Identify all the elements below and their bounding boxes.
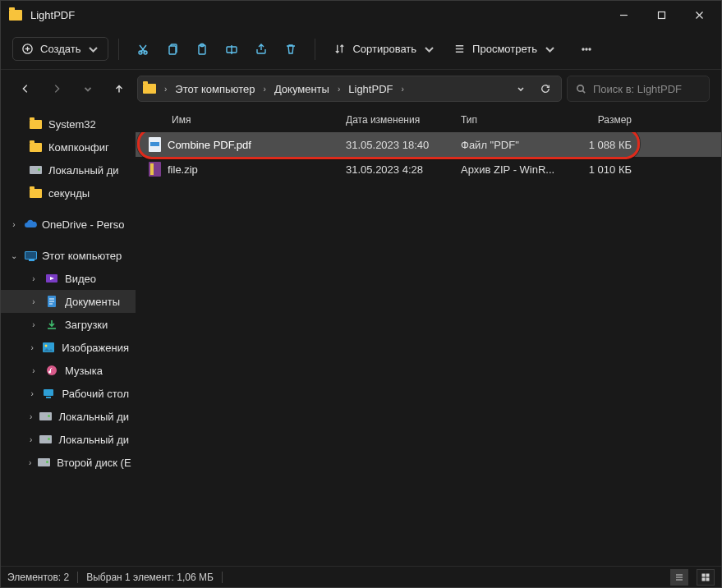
chevron-right-icon[interactable]: › xyxy=(262,85,268,94)
sidebar-item-label: Музыка xyxy=(65,365,103,377)
file-date: 31.05.2023 18:40 xyxy=(346,139,461,151)
file-list[interactable]: Combine PDF.pdf31.05.2023 18:40Файл "PDF… xyxy=(136,132,721,566)
sidebar-item[interactable]: ›Документы xyxy=(1,290,136,313)
sidebar-item[interactable]: System32 xyxy=(1,113,136,136)
sidebar-item-label: Видео xyxy=(65,273,96,285)
breadcrumb[interactable]: LightPDF xyxy=(343,80,398,99)
back-button[interactable] xyxy=(12,76,39,102)
forward-button[interactable] xyxy=(44,76,70,102)
chevron-down-icon[interactable]: ⌄ xyxy=(9,250,19,260)
sidebar-item-label: Этот компьютер xyxy=(42,250,122,262)
addr-dropdown-button[interactable] xyxy=(510,78,531,99)
sidebar-item[interactable]: ›Изображения xyxy=(1,336,136,359)
search-input[interactable]: Поиск в: LightPDF xyxy=(567,76,710,102)
sidebar-item[interactable]: ›Видео xyxy=(1,267,136,290)
file-row[interactable]: file.zip31.05.2023 4:28Архив ZIP - WinR.… xyxy=(136,157,721,181)
col-name[interactable]: Имя xyxy=(136,114,346,126)
col-type[interactable]: Тип xyxy=(461,114,568,126)
chevron-right-icon[interactable]: › xyxy=(29,365,39,375)
chevron-right-icon[interactable]: › xyxy=(29,342,35,352)
breadcrumb[interactable]: Документы xyxy=(269,80,334,99)
chevron-right-icon[interactable]: › xyxy=(29,411,33,421)
status-selection: Выбран 1 элемент: 1,06 МБ xyxy=(86,572,214,583)
thumbnails-view-button[interactable] xyxy=(697,569,715,586)
cut-button[interactable] xyxy=(129,35,157,63)
new-button-label: Создать xyxy=(40,43,80,55)
share-button[interactable] xyxy=(247,35,275,63)
chevron-right-icon[interactable]: › xyxy=(163,85,168,94)
sidebar-item-label: OneDrive - Perso xyxy=(42,218,124,231)
sidebar-item-label: Рабочий стол xyxy=(62,388,129,400)
chevron-right-icon[interactable]: › xyxy=(29,388,35,398)
sidebar-item[interactable]: ›Музыка xyxy=(1,359,136,382)
close-button[interactable] xyxy=(680,1,718,29)
sidebar-item-label: Документы xyxy=(65,296,120,308)
svg-rect-17 xyxy=(44,389,53,396)
minimize-button[interactable] xyxy=(605,1,642,29)
svg-point-16 xyxy=(47,365,57,375)
paste-button[interactable] xyxy=(188,35,216,63)
col-date[interactable]: Дата изменения xyxy=(346,114,461,126)
chevron-right-icon[interactable]: › xyxy=(29,319,39,329)
search-placeholder: Поиск в: LightPDF xyxy=(593,83,682,95)
sidebar-item-label: Локальный ди xyxy=(58,434,129,446)
rename-button[interactable] xyxy=(218,35,246,63)
sidebar-item-label: секунды xyxy=(48,187,90,200)
refresh-button[interactable] xyxy=(535,78,556,99)
maximize-button[interactable] xyxy=(642,1,680,29)
chevron-right-icon[interactable]: › xyxy=(399,85,405,94)
svg-point-11 xyxy=(577,85,583,90)
svg-point-9 xyxy=(586,48,587,50)
view-button-label: Просмотреть xyxy=(472,43,537,55)
sidebar-item[interactable]: ›Второй диск (E xyxy=(1,451,136,474)
search-icon xyxy=(576,84,586,94)
file-size: 1 010 КБ xyxy=(568,163,645,176)
chevron-right-icon[interactable]: › xyxy=(29,273,39,283)
chevron-right-icon[interactable]: › xyxy=(29,434,33,444)
chevron-right-icon[interactable]: › xyxy=(9,219,19,229)
sidebar-item[interactable]: секунды xyxy=(1,181,136,204)
file-size: 1 088 КБ xyxy=(568,139,645,151)
sidebar-item-thispc[interactable]: ⌄ Этот компьютер xyxy=(1,244,136,267)
more-button[interactable] xyxy=(573,35,600,63)
sort-button[interactable]: Сортировать xyxy=(325,38,444,60)
separator xyxy=(77,572,78,583)
sort-button-label: Сортировать xyxy=(352,43,416,55)
sidebar-item-label: Загрузки xyxy=(65,319,108,331)
chevron-right-icon[interactable]: › xyxy=(29,296,39,306)
new-button[interactable]: Создать xyxy=(12,37,108,61)
body: System32 Компконфиг Локальный ди секунды… xyxy=(1,108,721,566)
svg-point-10 xyxy=(589,48,591,50)
toolbar: Создать Сортировать Просмотреть xyxy=(1,29,721,70)
file-row[interactable]: Combine PDF.pdf31.05.2023 18:40Файл "PDF… xyxy=(136,132,721,157)
sidebar: System32 Компконфиг Локальный ди секунды… xyxy=(1,108,136,566)
sidebar-item[interactable]: Компконфиг xyxy=(1,136,136,158)
breadcrumb[interactable]: Этот компьютер xyxy=(170,80,260,99)
sidebar-item-label: Компконфиг xyxy=(48,141,109,154)
nav-row: › Этот компьютер › Документы › LightPDF … xyxy=(1,70,721,108)
sidebar-item-onedrive[interactable]: › OneDrive - Perso xyxy=(1,213,136,236)
copy-button[interactable] xyxy=(159,35,186,63)
sidebar-item-label: Изображения xyxy=(62,342,129,354)
chevron-right-icon[interactable]: › xyxy=(29,457,31,467)
sidebar-item[interactable]: ›Локальный ди xyxy=(1,428,136,451)
recent-locations-button[interactable] xyxy=(75,76,101,102)
svg-rect-0 xyxy=(658,11,665,18)
details-view-button[interactable] xyxy=(670,569,688,586)
file-name: Combine PDF.pdf xyxy=(168,139,251,151)
svg-rect-21 xyxy=(702,578,705,581)
sidebar-item[interactable]: Локальный ди xyxy=(1,158,136,181)
sidebar-item[interactable]: ›Локальный ди xyxy=(1,405,136,428)
up-button[interactable] xyxy=(106,76,132,102)
folder-icon xyxy=(143,84,156,94)
chevron-right-icon[interactable]: › xyxy=(336,85,342,94)
sidebar-item[interactable]: ›Рабочий стол xyxy=(1,382,136,405)
view-button[interactable]: Просмотреть xyxy=(445,38,564,60)
delete-button[interactable] xyxy=(277,35,305,63)
svg-rect-18 xyxy=(46,397,51,398)
col-size[interactable]: Размер xyxy=(568,114,645,126)
sidebar-item[interactable]: ›Загрузки xyxy=(1,313,136,336)
address-bar[interactable]: › Этот компьютер › Документы › LightPDF … xyxy=(137,76,562,102)
folder-icon xyxy=(9,10,22,21)
status-count: Элементов: 2 xyxy=(7,572,69,583)
